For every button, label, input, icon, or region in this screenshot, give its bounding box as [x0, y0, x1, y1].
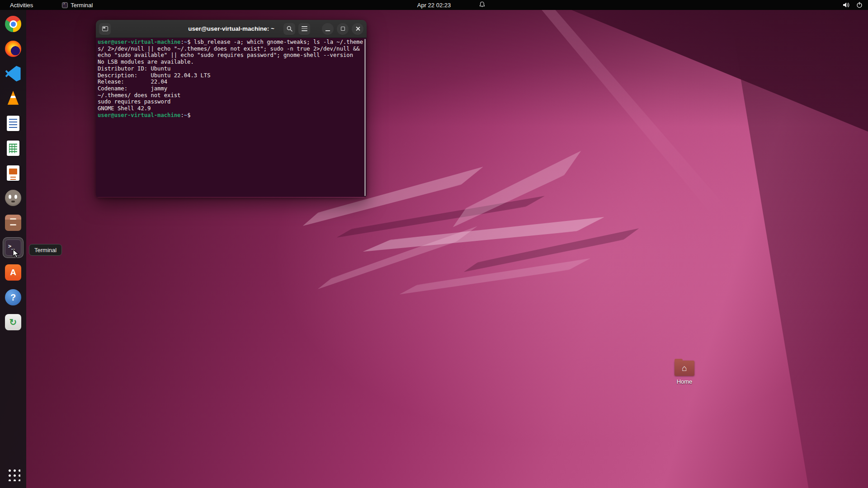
terminal-lines: user@user-virtual-machine:~$ lsb_release…	[98, 39, 365, 118]
dock-item-writer[interactable]	[3, 113, 24, 134]
updater-icon	[5, 314, 21, 330]
dock-item-gimp[interactable]	[3, 188, 24, 208]
wallpaper-shape	[362, 213, 606, 258]
close-icon	[355, 26, 360, 31]
dock-item-impress[interactable]	[3, 163, 24, 183]
terminal-text: sudo requires password	[98, 99, 170, 105]
terminal-text: :	[180, 39, 184, 45]
minimize-icon	[326, 30, 330, 31]
terminal-line: GNOME Shell 42.9	[98, 105, 365, 112]
mouse-cursor	[13, 249, 21, 261]
terminal-line: echo "sudo available" || echo "sudo requ…	[98, 52, 365, 59]
terminal-line: user@user-virtual-machine:~$ lsb_release…	[98, 39, 365, 46]
terminal-app-icon	[62, 2, 68, 8]
search-button[interactable]	[283, 23, 295, 35]
terminal-line: sudo requires password	[98, 99, 365, 105]
terminal-scrollbar[interactable]	[364, 39, 366, 196]
dock-item-software[interactable]	[3, 262, 24, 283]
terminal-text: Distributor ID: Ubuntu	[98, 66, 170, 72]
hamburger-icon	[302, 26, 307, 31]
clock-button[interactable]: Apr 22 02:23	[414, 1, 454, 9]
volume-icon[interactable]	[843, 2, 850, 8]
terminal-text: :	[180, 112, 184, 118]
terminal-line: Release: 22.04	[98, 79, 365, 85]
impress-icon	[7, 165, 19, 181]
terminal-line: Codename: jammy	[98, 85, 365, 92]
top-bar: Activities Terminal Apr 22 02:23	[0, 0, 868, 10]
maximize-icon	[341, 27, 345, 31]
terminal-line: Distributor ID: Ubuntu	[98, 66, 365, 72]
terminal-text: $	[187, 112, 194, 118]
wallpaper-shape	[656, 0, 868, 488]
dock-item-chrome[interactable]	[3, 14, 24, 34]
terminal-line: user@user-virtual-machine:~$	[98, 112, 365, 119]
vscode-icon	[5, 66, 21, 82]
files-icon	[5, 215, 21, 231]
desktop-home-icon[interactable]: Home	[671, 361, 698, 385]
dock-item-vlc[interactable]	[3, 88, 24, 109]
terminal-text: echo "sudo available" || echo "sudo requ…	[98, 52, 353, 58]
new-tab-button[interactable]	[99, 23, 111, 35]
calc-icon	[7, 141, 19, 156]
search-icon	[287, 26, 292, 32]
terminal-text: $ lsb_release -a; which gnome-tweaks; ls…	[187, 39, 363, 45]
gimp-icon	[5, 190, 21, 206]
writer-icon	[7, 116, 19, 131]
help-icon	[5, 289, 21, 305]
close-button[interactable]	[352, 23, 363, 35]
power-icon[interactable]	[856, 2, 863, 8]
terminal-line: Description: Ubuntu 22.04.3 LTS	[98, 72, 365, 79]
terminal-headerbar[interactable]: user@user-virtual-machine: ~	[96, 20, 367, 38]
dock-item-updater[interactable]	[3, 312, 24, 333]
dock-tooltip: Terminal	[29, 244, 62, 256]
home-label: Home	[677, 378, 693, 385]
terminal-line: s/ 2>/dev/null || echo "~/.themes/ does …	[98, 46, 365, 52]
terminal-line: ~/.themes/ does not exist	[98, 92, 365, 99]
home-folder-icon	[675, 361, 694, 376]
dock-item-files[interactable]	[3, 212, 24, 233]
terminal-line: No LSB modules are available.	[98, 59, 365, 66]
minimize-button[interactable]	[322, 23, 334, 35]
terminal-text: s/ 2>/dev/null || echo "~/.themes/ does …	[98, 46, 360, 52]
terminal-text: GNOME Shell 42.9	[98, 105, 151, 112]
terminal-window: user@user-virtual-machine: ~ user@user-v…	[96, 20, 367, 197]
firefox-icon	[5, 41, 21, 57]
dock-item-help[interactable]	[3, 287, 24, 308]
dock-item-firefox[interactable]	[3, 38, 24, 59]
show-applications-button[interactable]	[5, 466, 21, 482]
maximize-button[interactable]	[337, 23, 349, 35]
vlc-icon	[5, 90, 21, 107]
app-grid-icon	[6, 467, 20, 481]
terminal-text: user@user-virtual-machine	[98, 112, 180, 118]
menu-button[interactable]	[298, 23, 310, 35]
activities-button[interactable]: Activities	[6, 1, 37, 9]
focused-app-menu[interactable]: Terminal	[62, 2, 93, 9]
terminal-text: Release: 22.04	[98, 79, 167, 85]
software-icon	[5, 264, 21, 281]
new-tab-icon	[102, 26, 108, 31]
terminal-text: No LSB modules are available.	[98, 59, 194, 65]
chrome-icon	[5, 16, 21, 32]
terminal-body[interactable]: user@user-virtual-machine:~$ lsb_release…	[96, 38, 367, 197]
terminal-text: Codename: jammy	[98, 85, 167, 92]
focused-app-name: Terminal	[71, 2, 93, 9]
terminal-text: Description: Ubuntu 22.04.3 LTS	[98, 72, 210, 79]
dock-item-calc[interactable]	[3, 138, 24, 159]
terminal-text: user@user-virtual-machine	[98, 39, 180, 45]
dock-item-vscode[interactable]	[3, 63, 24, 84]
terminal-text: ~/.themes/ does not exist	[98, 92, 180, 99]
notification-bell-icon	[479, 1, 485, 9]
